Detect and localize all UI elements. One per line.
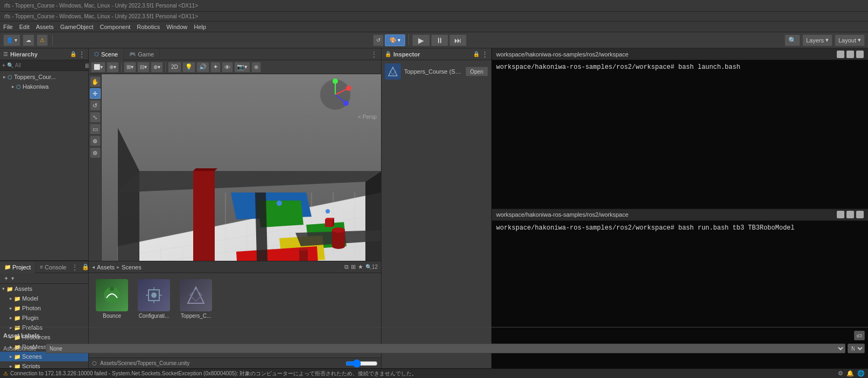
assets-tree-label-plugin: Plugin — [22, 315, 39, 321]
terminal-2-maximize[interactable]: □ — [846, 211, 854, 218]
bottom-tabs: 📁 Project ≡ Console ⋮ 🔒 — [0, 261, 88, 273]
toolbar-search-icon[interactable]: 🔍 — [785, 34, 800, 46]
assets-expand-icon: ▾ — [2, 286, 5, 291]
hierarchy-add-icon[interactable]: + — [2, 62, 5, 68]
scene-tool-audio[interactable]: 🔊 — [196, 62, 209, 73]
hierarchy-icon: ☰ — [3, 51, 8, 57]
bottom-panel-lock[interactable]: 🔒 — [82, 263, 88, 270]
menu-assets[interactable]: Assets — [36, 24, 54, 30]
inspector-lock-icon[interactable]: 🔒 — [473, 51, 479, 57]
scene-tool-2d[interactable]: 2D — [168, 62, 181, 73]
asset-bundle-dropdown[interactable]: None — [382, 344, 491, 353]
game-tab[interactable]: 🎮 Game — [124, 48, 160, 60]
assets-footer: ⬡ Assets/Scenes/Toppers_Course.unity — [89, 358, 381, 368]
tool-rect[interactable]: ▭ — [90, 124, 101, 134]
model-folder-icon: 📁 — [14, 296, 20, 302]
hierarchy-item-hakoniwa[interactable]: ▸ ⬡ Hakoniwa — [0, 82, 88, 91]
svg-point-46 — [333, 79, 338, 84]
tool-hand[interactable]: ✋ — [90, 76, 101, 87]
scene-tool-light[interactable]: 💡 — [182, 62, 195, 73]
assets-breadcrumb-scenes[interactable]: Scenes — [122, 264, 142, 270]
asset-tile-config[interactable]: Configurati... — [135, 277, 173, 320]
assets-counter: 🔍12 — [365, 264, 378, 270]
scene-tool-move-gizmo[interactable]: ⊕▾ — [107, 62, 119, 73]
svg-marker-20 — [365, 171, 381, 261]
assets-tree-label-assets: Assets — [15, 286, 32, 292]
menu-file[interactable]: File — [3, 24, 13, 30]
menu-edit[interactable]: Edit — [19, 24, 30, 30]
play-button[interactable]: ▶ — [412, 34, 430, 46]
terminal-1-maximize[interactable]: □ — [846, 51, 854, 58]
scene-tool-grid[interactable]: ⊞▾ — [124, 62, 136, 73]
assets-tree-item-assets[interactable]: ▾ 📁 Assets — [0, 284, 88, 294]
footer-slider[interactable] — [345, 360, 378, 367]
tool-scale[interactable]: ⤡ — [90, 112, 101, 123]
hierarchy-lock-icon[interactable]: 🔒 — [70, 51, 76, 57]
scene-canvas[interactable]: < Persp — [102, 74, 381, 261]
console-tab[interactable]: ≡ Console — [36, 261, 71, 273]
assets-tree-item-scripts[interactable]: ▸ 📁 Scripts — [0, 361, 88, 368]
assets-content-icon1[interactable]: ⧉ — [344, 263, 349, 270]
svg-point-38 — [326, 209, 330, 213]
pause-button[interactable]: ⏸ — [431, 34, 448, 46]
terminal-1-minimize[interactable]: _ — [837, 51, 844, 58]
assets-add-button[interactable]: + — [2, 275, 10, 282]
scene-tool-select[interactable]: ⬜▾ — [91, 62, 105, 73]
assets-tree-item-plugin[interactable]: ▸ 📁 Plugin — [0, 313, 88, 323]
asset-tile-toppers[interactable]: Toppers_C... — [177, 277, 215, 320]
app-title: rfs - Toppers_Course - Windows, Mac, Lin… — [4, 3, 198, 9]
scene-tool-snap[interactable]: ⊟▾ — [137, 62, 150, 73]
assets-content-icon3[interactable]: ★ — [358, 263, 363, 270]
hierarchy-item-scene[interactable]: ▸ ⬡ Toppers_Cour... — [0, 72, 88, 82]
tool-transform[interactable]: ⊕ — [90, 135, 101, 146]
scene-tab-options[interactable]: ⋮ — [370, 50, 381, 59]
menu-component[interactable]: Component — [100, 24, 130, 30]
scene-tool-effects[interactable]: ✦ — [210, 62, 221, 73]
assets-breadcrumb-assets[interactable]: Assets — [97, 264, 115, 270]
terminal-1-close[interactable]: × — [856, 51, 864, 58]
toolbar-color-btn[interactable]: 🎨 ▾ — [385, 34, 405, 46]
terminal-2-minimize[interactable]: _ — [837, 211, 844, 218]
bottom-panel-options[interactable]: ⋮ — [71, 263, 82, 272]
toolbar-warning-btn[interactable]: ⚠ — [37, 34, 48, 46]
svg-point-50 — [110, 287, 114, 291]
scene-tool-gizmos[interactable]: ⊛ — [251, 62, 261, 73]
scene-tab[interactable]: ⬡ Scene — [89, 48, 124, 60]
toolbar-cloud-btn[interactable]: ☁ — [23, 34, 34, 46]
menu-robotics[interactable]: Robotics — [137, 24, 160, 30]
status-message: Connection to 172.18.3.226:10000 failed … — [10, 370, 417, 377]
hierarchy-search-bar: + 🔍 ▤ — [0, 60, 88, 71]
scene-tool-pivot[interactable]: ⊕▾ — [151, 62, 163, 73]
scene-tool-visibility[interactable]: 👁 — [222, 62, 233, 73]
terminal-2-controls: _ □ × — [837, 211, 864, 218]
menu-window[interactable]: Window — [166, 24, 187, 30]
inspector-open-btn[interactable]: Open — [465, 67, 488, 76]
hierarchy-menu-icon[interactable]: ⋮ — [79, 51, 85, 58]
menu-help[interactable]: Help — [194, 24, 206, 30]
toolbar-history-btn[interactable]: ↺ — [373, 34, 384, 46]
layout-label: Layout — [838, 37, 856, 44]
svg-point-44 — [346, 85, 351, 91]
terminal-1-content[interactable]: workspace/hakoniwa-ros-samples/ros2/work… — [492, 60, 868, 208]
layers-dropdown[interactable]: Layers ▾ — [802, 34, 832, 46]
step-button[interactable]: ⏭ — [449, 34, 467, 46]
tool-move[interactable]: ✛ — [90, 88, 101, 99]
menu-bar: rfs - Toppers_Course - Windows, Mac, Lin… — [0, 12, 868, 22]
menu-gameobject[interactable]: GameObject — [60, 24, 94, 30]
scene-tool-camera[interactable]: 📷▾ — [234, 62, 250, 73]
assets-tree-item-model[interactable]: ▸ 📁 Model — [0, 294, 88, 303]
terminal-2-close[interactable]: × — [856, 211, 864, 218]
asset-tile-bounce[interactable]: Bounce — [93, 277, 131, 320]
assets-folder-icon: 📁 — [6, 286, 13, 292]
bounce-thumb — [96, 279, 128, 311]
hierarchy-search-input[interactable] — [15, 62, 83, 68]
assets-tree-item-photon[interactable]: ▸ 📁 Photon — [0, 303, 88, 313]
layout-dropdown[interactable]: Layout ▾ — [835, 34, 865, 46]
project-tab[interactable]: 📁 Project — [0, 261, 36, 273]
tool-rotate[interactable]: ↺ — [90, 100, 101, 111]
inspector-menu-icon[interactable]: ⋮ — [482, 51, 488, 58]
tool-custom[interactable]: ⊛ — [90, 147, 101, 158]
toolbar-account-btn[interactable]: 👤 ▾ — [3, 34, 20, 46]
scene-expand-icon: ▸ — [3, 74, 6, 80]
assets-content-icon2[interactable]: ⊞ — [351, 263, 356, 270]
